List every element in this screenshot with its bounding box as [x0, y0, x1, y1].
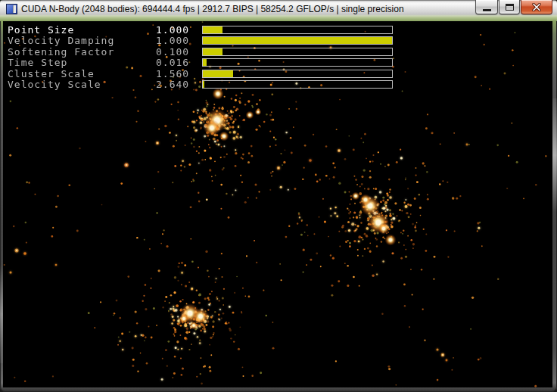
app-window: Point Size 1.000 Velocity Damping 1.000 …	[0, 0, 557, 392]
param-slider-fill	[203, 48, 222, 55]
param-slider-fill	[203, 59, 207, 66]
param-slider[interactable]	[202, 36, 393, 45]
minimize-icon	[483, 9, 491, 11]
app-icon	[6, 4, 17, 14]
param-value: 0.016	[156, 57, 189, 68]
param-value: 2.640	[156, 79, 189, 90]
minimize-button[interactable]	[475, 0, 498, 14]
param-label: Softening Factor	[8, 46, 156, 58]
param-label: Velocity Damping	[8, 35, 156, 46]
border-shine-right	[552, 98, 557, 212]
window-title: CUDA N-Body (2048 bodies): 694444.4 fps …	[21, 4, 404, 14]
close-button[interactable]	[521, 0, 552, 14]
window-controls	[475, 0, 552, 14]
param-value: 0.100	[156, 46, 189, 58]
maximize-button[interactable]	[499, 0, 520, 14]
hud-row-cluster-scale: Cluster Scale 1.560	[8, 68, 393, 79]
param-label: Point Size	[8, 24, 156, 36]
hud-row-velocity-damping: Velocity Damping 1.000	[8, 36, 393, 47]
maximize-icon	[506, 4, 514, 11]
hud-panel: Point Size 1.000 Velocity Damping 1.000 …	[8, 24, 393, 90]
param-slider-fill	[203, 37, 392, 44]
param-slider[interactable]	[202, 80, 393, 89]
param-label: Time Step	[8, 57, 156, 68]
titlebar[interactable]: CUDA N-Body (2048 bodies): 694444.4 fps …	[0, 0, 557, 21]
param-slider-fill	[203, 26, 222, 33]
hud-row-softening-factor: Softening Factor 0.100	[8, 46, 393, 58]
close-icon	[532, 3, 541, 11]
hud-row-velocity-scale: Velocity Scale 2.640	[8, 79, 393, 91]
param-value: 1.000	[156, 35, 189, 46]
param-slider-fill	[203, 81, 204, 88]
param-value: 1.560	[156, 68, 189, 79]
param-label: Velocity Scale	[8, 79, 156, 90]
hud-row-point-size: Point Size 1.000	[8, 24, 393, 36]
param-slider[interactable]	[202, 70, 393, 78]
param-slider[interactable]	[202, 48, 393, 56]
client-area: Point Size 1.000 Velocity Damping 1.000 …	[3, 21, 552, 387]
param-value: 1.000	[156, 24, 189, 36]
hud-row-time-step: Time Step 0.016	[8, 58, 393, 69]
param-slider-fill	[203, 70, 233, 77]
param-slider[interactable]	[202, 58, 393, 67]
param-slider[interactable]	[202, 26, 393, 34]
param-label: Cluster Scale	[8, 68, 156, 79]
border-shine-left	[0, 265, 3, 363]
